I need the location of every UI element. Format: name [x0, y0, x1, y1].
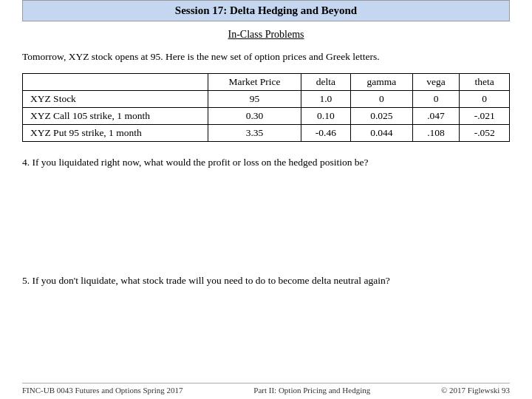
row-2-gamma: 0.044: [351, 125, 412, 142]
row-1-vega: .047: [412, 108, 460, 125]
row-0-delta: 1.0: [301, 91, 351, 108]
page-footer: FINC-UB 0043 Futures and Options Spring …: [22, 383, 510, 395]
page-container: Session 17: Delta Hedging and Beyond In-…: [0, 0, 532, 399]
page-subtitle: In-Class Problems: [22, 29, 510, 41]
row-0-price: 95: [208, 91, 301, 108]
col-gamma: gamma: [351, 74, 412, 91]
row-2-vega: .108: [412, 125, 460, 142]
row-1-gamma: 0.025: [351, 108, 412, 125]
row-2-price: 3.35: [208, 125, 301, 142]
row-0-vega: 0: [412, 91, 460, 108]
table-row: XYZ Put 95 strike, 1 month 3.35 -0.46 0.…: [23, 125, 510, 142]
row-1-label: XYZ Call 105 strike, 1 month: [23, 108, 208, 125]
options-table: Market Price delta gamma vega theta XYZ …: [22, 73, 510, 142]
col-label: [23, 74, 208, 91]
row-2-delta: -0.46: [301, 125, 351, 142]
footer-left: FINC-UB 0043 Futures and Options Spring …: [22, 386, 183, 395]
session-header: Session 17: Delta Hedging and Beyond: [22, 0, 510, 21]
table-row: XYZ Call 105 strike, 1 month 0.30 0.10 0…: [23, 108, 510, 125]
col-theta: theta: [460, 74, 510, 91]
col-delta: delta: [301, 74, 351, 91]
intro-text: Tomorrow, XYZ stock opens at 95. Here is…: [22, 51, 510, 63]
row-2-theta: -.052: [460, 125, 510, 142]
row-0-theta: 0: [460, 91, 510, 108]
session-title: Session 17: Delta Hedging and Beyond: [175, 4, 357, 16]
table-row: XYZ Stock 95 1.0 0 0 0: [23, 91, 510, 108]
footer-right: © 2017 Figlewski 93: [441, 386, 510, 395]
footer-center: Part II: Option Pricing and Hedging: [253, 386, 370, 395]
row-2-label: XYZ Put 95 strike, 1 month: [23, 125, 208, 142]
row-1-price: 0.30: [208, 108, 301, 125]
row-1-delta: 0.10: [301, 108, 351, 125]
table-header-row: Market Price delta gamma vega theta: [23, 74, 510, 91]
question-4: 4. If you liquidated right now, what wou…: [22, 155, 510, 170]
row-1-theta: -.021: [460, 108, 510, 125]
row-0-gamma: 0: [351, 91, 412, 108]
col-vega: vega: [412, 74, 460, 91]
col-market-price: Market Price: [208, 74, 301, 91]
row-0-label: XYZ Stock: [23, 91, 208, 108]
question-5: 5. If you don't liquidate, what stock tr…: [22, 273, 510, 288]
